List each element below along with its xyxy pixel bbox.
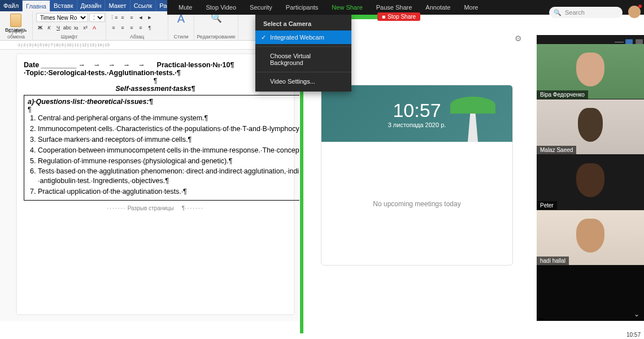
security-button[interactable]: Security bbox=[243, 0, 279, 15]
ribbon: Вставить Буфер обмена Times New Roman 12… bbox=[0, 11, 299, 41]
minimize-icon[interactable]: — bbox=[615, 37, 620, 42]
group-editing: 🔍 Редактирование bbox=[194, 11, 238, 40]
participant-video bbox=[576, 163, 604, 197]
camera-virtual-bg[interactable]: Choose Virtual Background bbox=[255, 49, 351, 69]
date-underline: _________ → → → → → bbox=[41, 61, 155, 69]
participant-tile[interactable]: hadi hallal bbox=[537, 210, 644, 266]
group-paragraph: ⋮≡ ≡ ≡ ◄ ► ≡ ≡ ≡ ≡ ¶ Абзац bbox=[106, 11, 168, 40]
camera-menu: Select a Camera Integrated Webcam Choose… bbox=[255, 15, 351, 92]
view-list-icon[interactable]: ▦ bbox=[625, 37, 630, 42]
underline-button[interactable]: Ч bbox=[54, 24, 62, 32]
participant-name: hadi hallal bbox=[537, 257, 569, 265]
mute-button[interactable]: Mute bbox=[172, 0, 199, 15]
participant-tile[interactable]: Malaz Saeed bbox=[537, 99, 644, 155]
page-break: Разрыв страницы ¶ bbox=[24, 205, 287, 211]
camera-menu-header: Select a Camera bbox=[255, 17, 351, 31]
clipboard-icon bbox=[10, 14, 21, 27]
user-avatar[interactable] bbox=[628, 6, 641, 18]
align-left-button[interactable]: ≡ bbox=[110, 24, 118, 32]
search-placeholder: Search bbox=[565, 9, 585, 16]
indent-button[interactable]: ► bbox=[146, 14, 154, 21]
stop-share-button[interactable]: ■Stop Share bbox=[377, 12, 420, 21]
bullets-button[interactable]: ⋮≡ bbox=[110, 14, 118, 21]
multilevel-button[interactable]: ≡ bbox=[128, 14, 136, 21]
camera-integrated[interactable]: Integrated Webcam bbox=[255, 31, 351, 44]
list-item: Cooperation·between·immunocompetent·cell… bbox=[38, 146, 299, 155]
gear-icon[interactable]: ⚙ bbox=[515, 34, 522, 43]
sup-button[interactable]: x² bbox=[81, 24, 89, 32]
stop-video-button[interactable]: Stop Video bbox=[199, 0, 243, 15]
annotate-button[interactable]: Annotate bbox=[419, 0, 457, 15]
camera-video-settings[interactable]: Video Settings... bbox=[255, 75, 351, 88]
editing-group-label: Редактирование bbox=[194, 34, 238, 40]
sub-button[interactable]: x₂ bbox=[72, 24, 80, 32]
tab-design[interactable]: Дизайн bbox=[77, 0, 106, 11]
ruler[interactable]: ·1·|·2·|·3·|·4·|·5·|·6·|·7·|·8·|·9·|·10·… bbox=[0, 41, 299, 50]
new-share-button[interactable]: New Share bbox=[325, 0, 369, 15]
calendar-empty: No upcoming meetings today bbox=[321, 142, 512, 266]
col-a-header: a)·Questions·list:·theoretical·issues:¶ bbox=[28, 98, 299, 106]
self-assessment-title: Self-assessment·tasks¶ bbox=[24, 85, 287, 93]
list-item: Tests·based·on·the·agglutination·phenome… bbox=[38, 167, 299, 186]
menu-separator bbox=[255, 46, 351, 47]
taskbar-clock: 10:57 bbox=[626, 332, 641, 338]
bold-button[interactable]: Ж bbox=[36, 24, 44, 32]
group-clipboard: Вставить Буфер обмена bbox=[0, 11, 33, 40]
participant-name: Peter bbox=[537, 201, 557, 210]
word-window: Файл Главна Вставк Дизайн Макет Ссылк Ра… bbox=[0, 0, 299, 339]
font-color-button[interactable]: A bbox=[90, 24, 98, 32]
more-button[interactable]: More bbox=[457, 0, 485, 15]
italic-button[interactable]: К bbox=[45, 24, 53, 32]
search-icon: 🔍 bbox=[554, 9, 562, 16]
date-label: Date bbox=[24, 61, 39, 69]
styles-group-label: Стили bbox=[168, 34, 194, 40]
tab-references[interactable]: Ссылк bbox=[130, 0, 156, 11]
list-item: Regulation·of·immune·responses·(physiolo… bbox=[38, 157, 299, 166]
doc-header-line: Date _________ → → → → → Practical·lesso… bbox=[24, 61, 287, 69]
justify-button[interactable]: ≡ bbox=[137, 24, 145, 32]
participant-tile[interactable]: Віра Федорченко bbox=[537, 44, 644, 99]
list-item: Practical·upplication·of·the·agglutinati… bbox=[38, 187, 299, 197]
calendar-date: 3 листопада 2020 р. bbox=[388, 121, 446, 128]
tab-file[interactable]: Файл bbox=[0, 0, 23, 11]
participant-video bbox=[576, 219, 604, 253]
participants-button[interactable]: Participants bbox=[279, 0, 325, 15]
doc-table: a)·Questions·list:·theoretical·issues:¶ … bbox=[24, 95, 299, 201]
tab-home[interactable]: Главна bbox=[23, 0, 50, 11]
participant-tile[interactable]: ⌄ bbox=[537, 266, 644, 321]
strike-button[interactable]: abc bbox=[63, 24, 71, 32]
participants-panel: — ▦ ▦ Віра Федорченко Malaz Saeed Peter … bbox=[537, 35, 644, 321]
align-right-button[interactable]: ≡ bbox=[128, 24, 136, 32]
show-marks-button[interactable]: ¶ bbox=[146, 24, 154, 32]
group-styles: A Стили bbox=[168, 11, 194, 40]
chevron-down-icon[interactable]: ⌄ bbox=[634, 310, 639, 318]
search-input[interactable]: 🔍 Search bbox=[549, 7, 623, 18]
clipboard-group-label: Буфер обмена bbox=[0, 28, 32, 40]
lesson-title: Practical·lesson·№·10¶ bbox=[157, 61, 234, 69]
outdent-button[interactable]: ◄ bbox=[137, 14, 145, 21]
participants-header: — ▦ ▦ bbox=[537, 35, 644, 44]
font-size-select[interactable]: 12 bbox=[89, 13, 105, 22]
list-item: Surface·markers·and·receptors·of·immune·… bbox=[38, 135, 299, 145]
stop-icon: ■ bbox=[382, 14, 385, 20]
font-name-select[interactable]: Times New Roman bbox=[36, 13, 88, 22]
participant-name bbox=[537, 318, 543, 320]
doc-topic: ·Topic:·Serological·tests.·Agglutination… bbox=[24, 69, 287, 77]
participant-name: Віра Федорченко bbox=[537, 90, 588, 99]
paragraph-group-label: Абзац bbox=[106, 34, 168, 40]
menu-separator bbox=[255, 72, 351, 72]
list-item: Central·and·peripheral·organs·of·the·imm… bbox=[38, 114, 299, 123]
participant-tile[interactable]: Peter bbox=[537, 155, 644, 210]
document-area[interactable]: Date _________ → → → → → Practical·lesso… bbox=[0, 50, 299, 321]
participant-video bbox=[578, 108, 603, 142]
stop-share-wrap: ■Stop Share bbox=[374, 12, 420, 21]
align-center-button[interactable]: ≡ bbox=[119, 24, 127, 32]
participant-name: Malaz Saeed bbox=[537, 146, 576, 154]
view-grid-icon[interactable]: ▦ bbox=[635, 37, 641, 42]
numbering-button[interactable]: ≡ bbox=[119, 14, 127, 21]
tab-insert[interactable]: Вставк bbox=[50, 0, 77, 11]
group-font: Times New Roman 12 Ж К Ч abc x₂ x² A Шри… bbox=[33, 11, 106, 40]
calendar-time: 10:57 bbox=[393, 99, 441, 121]
questions-list: Central·and·peripheral·organs·of·the·imm… bbox=[28, 114, 299, 197]
tab-layout[interactable]: Макет bbox=[105, 0, 130, 11]
